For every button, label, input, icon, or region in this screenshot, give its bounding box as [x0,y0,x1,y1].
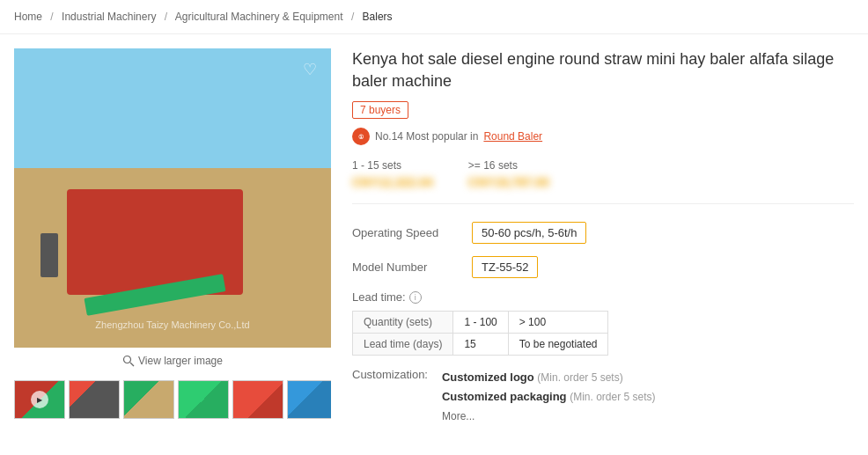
lead-time-days-value: 15 [453,334,508,356]
lead-time-col-1: 1 - 100 [453,312,508,334]
operating-speed-row: Operating Speed 50-60 pcs/h, 5-6t/h [352,222,854,244]
thumbnail-strip: ▶ [14,380,331,419]
rank-icon: ① [352,128,370,145]
search-icon [122,355,135,367]
customization-packaging: Customized packaging (Min. order 5 sets) [442,387,656,407]
thumbnail-2[interactable] [123,380,174,419]
right-column: Kenya hot sale diesel engine round straw… [352,48,854,425]
watermark-text: Zhengzhou Taizy Machinery Co.,Ltd [95,319,249,330]
main-content: Zhengzhou Taizy Machinery Co.,Ltd ♡ View… [0,34,868,439]
more-link[interactable]: More... [442,407,656,425]
pricing-section: 1 - 15 sets CNY12,322.04 >= 16 sets CNY1… [352,159,854,204]
lead-time-negotiated: To be negotiated [508,334,608,356]
customization-logo-name: Customized logo [442,371,534,384]
lead-time-col-label: Quantity (sets) [353,312,453,334]
popular-category-link[interactable]: Round Baler [483,130,542,143]
view-larger-button[interactable]: View larger image [14,348,331,377]
thumbnail-1[interactable] [69,380,120,419]
customization-logo-minorder: (Min. order 5 sets) [537,371,622,384]
lead-time-header-row: Quantity (sets) 1 - 100 > 100 [353,312,608,334]
thumbnail-5[interactable] [287,380,331,419]
image-placeholder: Zhengzhou Taizy Machinery Co.,Ltd [14,48,331,348]
scene-person [40,233,58,277]
lead-time-section: Lead time: i Quantity (sets) 1 - 100 > 1… [352,290,854,356]
product-title: Kenya hot sale diesel engine round straw… [352,48,854,92]
model-number-row: Model Number TZ-55-52 [352,256,854,278]
breadcrumb-separator-2: / [165,11,167,23]
lead-time-header: Lead time: i [352,290,854,304]
breadcrumb: Home / Industrial Machinery / Agricultur… [0,0,868,34]
view-larger-label: View larger image [138,355,223,367]
price-range-label-1: 1 - 15 sets [352,159,433,172]
scene-machine [67,189,243,295]
customization-logo: Customized logo (Min. order 5 sets) [442,368,656,387]
lead-time-col-2: > 100 [508,312,608,334]
operating-speed-value: 50-60 pcs/h, 5-6t/h [472,222,586,244]
info-icon[interactable]: i [409,291,422,304]
price-tier-1: 1 - 15 sets CNY12,322.04 [352,159,433,189]
model-number-value: TZ-55-52 [472,256,538,278]
customization-packaging-name: Customized packaging [442,390,567,403]
lead-time-label: Lead time: [352,290,406,304]
play-icon: ▶ [31,391,48,408]
breadcrumb-separator-1: / [50,11,53,23]
thumbnail-0[interactable]: ▶ [14,380,65,419]
popular-tag: ① No.14 Most popular in Round Baler [352,128,854,145]
price-tier-2: >= 16 sets CNY19,787.00 [468,159,549,189]
customization-label: Customization: [352,368,428,422]
main-image[interactable]: Zhengzhou Taizy Machinery Co.,Ltd ♡ [14,48,331,348]
buyers-badge: 7 buyers [352,101,408,119]
breadcrumb-industrial[interactable]: Industrial Machinery [62,11,156,23]
svg-text:①: ① [358,134,364,140]
customization-section: Customization: Customized logo (Min. ord… [352,368,854,425]
price-value-2: CNY19,787.00 [468,175,549,189]
thumbnail-3[interactable] [178,380,229,419]
model-number-label: Model Number [352,261,458,274]
popular-rank-text: No.14 Most popular in [375,130,478,143]
customization-packaging-minorder: (Min. order 5 sets) [570,391,655,403]
breadcrumb-separator-3: / [351,11,354,23]
breadcrumb-home[interactable]: Home [14,11,42,23]
thumbnail-4[interactable] [232,380,283,419]
price-value-1: CNY12,322.04 [352,175,433,189]
breadcrumb-agricultural[interactable]: Agricultural Machinery & Equipment [175,11,343,23]
crown-icon: ① [356,131,366,142]
operating-speed-label: Operating Speed [352,226,458,239]
price-range-label-2: >= 16 sets [468,159,549,172]
lead-time-table: Quantity (sets) 1 - 100 > 100 Lead time … [352,311,608,356]
svg-line-1 [130,363,134,366]
customization-items: Customized logo (Min. order 5 sets) Cust… [442,368,656,425]
lead-time-row-label: Lead time (days) [353,334,453,356]
svg-point-0 [124,356,131,363]
favorite-button[interactable]: ♡ [298,57,322,82]
breadcrumb-current: Balers [363,11,393,23]
left-column: Zhengzhou Taizy Machinery Co.,Ltd ♡ View… [14,48,331,425]
lead-time-data-row: Lead time (days) 15 To be negotiated [353,334,608,356]
